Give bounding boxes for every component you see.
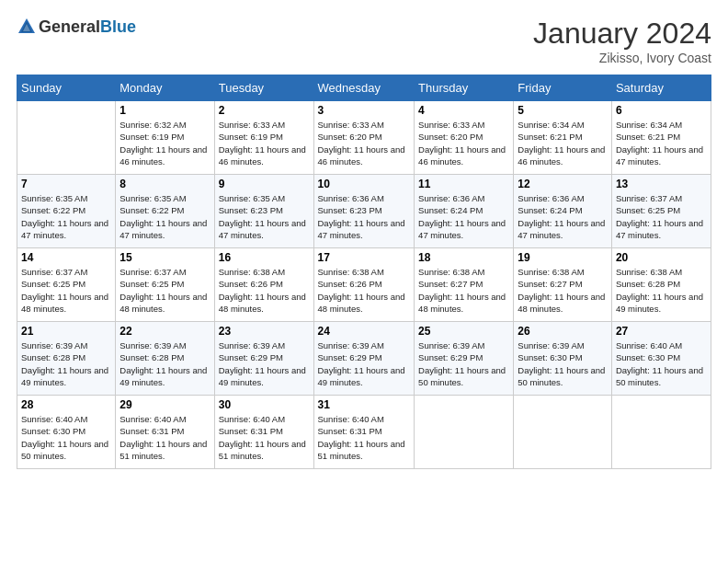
day-info: Sunrise: 6:40 AMSunset: 6:31 PMDaylight:… xyxy=(318,413,411,462)
day-info: Sunrise: 6:37 AMSunset: 6:25 PMDaylight:… xyxy=(21,266,111,315)
month-title: January 2024 xyxy=(533,17,711,51)
table-row: 6Sunrise: 6:34 AMSunset: 6:21 PMDaylight… xyxy=(611,101,711,175)
col-thursday: Thursday xyxy=(415,75,514,101)
table-row: 3Sunrise: 6:33 AMSunset: 6:20 PMDaylight… xyxy=(313,101,415,175)
title-block: January 2024 Zikisso, Ivory Coast xyxy=(533,17,711,65)
table-row: 30Sunrise: 6:40 AMSunset: 6:31 PMDayligh… xyxy=(214,396,313,469)
day-number: 23 xyxy=(219,325,310,338)
day-info: Sunrise: 6:35 AMSunset: 6:22 PMDaylight:… xyxy=(119,192,210,241)
day-number: 30 xyxy=(219,398,310,411)
table-row xyxy=(17,101,116,175)
day-info: Sunrise: 6:38 AMSunset: 6:26 PMDaylight:… xyxy=(318,266,411,315)
day-number: 25 xyxy=(418,325,509,338)
table-row: 28Sunrise: 6:40 AMSunset: 6:30 PMDayligh… xyxy=(17,396,116,469)
day-info: Sunrise: 6:34 AMSunset: 6:21 PMDaylight:… xyxy=(518,119,608,167)
day-info: Sunrise: 6:39 AMSunset: 6:30 PMDaylight:… xyxy=(518,339,608,388)
day-number: 5 xyxy=(518,104,608,117)
day-number: 7 xyxy=(21,178,111,190)
day-info: Sunrise: 6:33 AMSunset: 6:20 PMDaylight:… xyxy=(318,119,411,167)
day-number: 4 xyxy=(418,104,509,117)
day-number: 26 xyxy=(518,325,608,338)
table-row: 20Sunrise: 6:38 AMSunset: 6:28 PMDayligh… xyxy=(611,248,711,322)
day-info: Sunrise: 6:39 AMSunset: 6:28 PMDaylight:… xyxy=(119,339,210,388)
day-number: 2 xyxy=(219,104,310,117)
table-row: 22Sunrise: 6:39 AMSunset: 6:28 PMDayligh… xyxy=(116,322,214,396)
table-row: 5Sunrise: 6:34 AMSunset: 6:21 PMDaylight… xyxy=(514,101,612,175)
table-row: 11Sunrise: 6:36 AMSunset: 6:24 PMDayligh… xyxy=(415,175,514,248)
day-number: 11 xyxy=(418,178,509,190)
day-info: Sunrise: 6:36 AMSunset: 6:24 PMDaylight:… xyxy=(518,192,608,241)
day-number: 6 xyxy=(616,104,707,117)
day-info: Sunrise: 6:38 AMSunset: 6:27 PMDaylight:… xyxy=(418,266,509,315)
day-number: 3 xyxy=(318,104,411,117)
logo-blue: Blue xyxy=(100,17,136,37)
table-row: 9Sunrise: 6:35 AMSunset: 6:23 PMDaylight… xyxy=(214,175,313,248)
day-info: Sunrise: 6:34 AMSunset: 6:21 PMDaylight:… xyxy=(616,119,707,167)
day-number: 15 xyxy=(119,251,210,264)
table-row: 31Sunrise: 6:40 AMSunset: 6:31 PMDayligh… xyxy=(313,396,415,469)
table-row: 10Sunrise: 6:36 AMSunset: 6:23 PMDayligh… xyxy=(313,175,415,248)
day-info: Sunrise: 6:40 AMSunset: 6:31 PMDaylight:… xyxy=(119,413,210,462)
day-number: 27 xyxy=(616,325,707,338)
header: GeneralBlue January 2024 Zikisso, Ivory … xyxy=(17,17,711,65)
logo: GeneralBlue xyxy=(17,17,136,37)
table-row: 18Sunrise: 6:38 AMSunset: 6:27 PMDayligh… xyxy=(415,248,514,322)
col-tuesday: Tuesday xyxy=(214,75,313,101)
calendar-header-row: Sunday Monday Tuesday Wednesday Thursday… xyxy=(17,75,711,101)
location-title: Zikisso, Ivory Coast xyxy=(533,51,711,65)
table-row: 12Sunrise: 6:36 AMSunset: 6:24 PMDayligh… xyxy=(514,175,612,248)
day-info: Sunrise: 6:33 AMSunset: 6:20 PMDaylight:… xyxy=(418,119,509,167)
day-number: 22 xyxy=(119,325,210,338)
table-row: 16Sunrise: 6:38 AMSunset: 6:26 PMDayligh… xyxy=(214,248,313,322)
day-number: 12 xyxy=(518,178,608,190)
table-row xyxy=(611,396,711,469)
page: GeneralBlue January 2024 Zikisso, Ivory … xyxy=(0,0,728,563)
calendar-week-row: 1Sunrise: 6:32 AMSunset: 6:19 PMDaylight… xyxy=(17,101,711,175)
day-info: Sunrise: 6:35 AMSunset: 6:22 PMDaylight:… xyxy=(21,192,111,241)
table-row: 17Sunrise: 6:38 AMSunset: 6:26 PMDayligh… xyxy=(313,248,415,322)
calendar-table: Sunday Monday Tuesday Wednesday Thursday… xyxy=(17,75,711,469)
table-row xyxy=(415,396,514,469)
day-number: 1 xyxy=(119,104,210,117)
day-number: 28 xyxy=(21,398,111,411)
logo-general: General xyxy=(39,17,100,37)
day-number: 31 xyxy=(318,398,411,411)
table-row: 7Sunrise: 6:35 AMSunset: 6:22 PMDaylight… xyxy=(17,175,116,248)
col-wednesday: Wednesday xyxy=(313,75,415,101)
day-info: Sunrise: 6:37 AMSunset: 6:25 PMDaylight:… xyxy=(119,266,210,315)
day-number: 29 xyxy=(119,398,210,411)
day-number: 14 xyxy=(21,251,111,264)
day-number: 20 xyxy=(616,251,707,264)
day-number: 16 xyxy=(219,251,310,264)
table-row: 8Sunrise: 6:35 AMSunset: 6:22 PMDaylight… xyxy=(116,175,214,248)
table-row: 25Sunrise: 6:39 AMSunset: 6:29 PMDayligh… xyxy=(415,322,514,396)
calendar-week-row: 7Sunrise: 6:35 AMSunset: 6:22 PMDaylight… xyxy=(17,175,711,248)
day-info: Sunrise: 6:40 AMSunset: 6:30 PMDaylight:… xyxy=(21,413,111,462)
day-number: 13 xyxy=(616,178,707,190)
day-number: 17 xyxy=(318,251,411,264)
table-row: 1Sunrise: 6:32 AMSunset: 6:19 PMDaylight… xyxy=(116,101,214,175)
day-number: 19 xyxy=(518,251,608,264)
day-info: Sunrise: 6:38 AMSunset: 6:28 PMDaylight:… xyxy=(616,266,707,315)
day-info: Sunrise: 6:35 AMSunset: 6:23 PMDaylight:… xyxy=(219,192,310,241)
day-info: Sunrise: 6:40 AMSunset: 6:31 PMDaylight:… xyxy=(219,413,310,462)
day-info: Sunrise: 6:40 AMSunset: 6:30 PMDaylight:… xyxy=(616,339,707,388)
calendar-week-row: 21Sunrise: 6:39 AMSunset: 6:28 PMDayligh… xyxy=(17,322,711,396)
calendar-week-row: 14Sunrise: 6:37 AMSunset: 6:25 PMDayligh… xyxy=(17,248,711,322)
table-row: 26Sunrise: 6:39 AMSunset: 6:30 PMDayligh… xyxy=(514,322,612,396)
day-info: Sunrise: 6:38 AMSunset: 6:26 PMDaylight:… xyxy=(219,266,310,315)
table-row: 14Sunrise: 6:37 AMSunset: 6:25 PMDayligh… xyxy=(17,248,116,322)
table-row: 29Sunrise: 6:40 AMSunset: 6:31 PMDayligh… xyxy=(116,396,214,469)
table-row: 27Sunrise: 6:40 AMSunset: 6:30 PMDayligh… xyxy=(611,322,711,396)
day-info: Sunrise: 6:39 AMSunset: 6:29 PMDaylight:… xyxy=(418,339,509,388)
day-info: Sunrise: 6:33 AMSunset: 6:19 PMDaylight:… xyxy=(219,119,310,167)
day-info: Sunrise: 6:39 AMSunset: 6:28 PMDaylight:… xyxy=(21,339,111,388)
day-number: 9 xyxy=(219,178,310,190)
day-info: Sunrise: 6:38 AMSunset: 6:27 PMDaylight:… xyxy=(518,266,608,315)
day-number: 21 xyxy=(21,325,111,338)
table-row: 21Sunrise: 6:39 AMSunset: 6:28 PMDayligh… xyxy=(17,322,116,396)
table-row: 23Sunrise: 6:39 AMSunset: 6:29 PMDayligh… xyxy=(214,322,313,396)
col-saturday: Saturday xyxy=(611,75,711,101)
table-row: 19Sunrise: 6:38 AMSunset: 6:27 PMDayligh… xyxy=(514,248,612,322)
day-number: 8 xyxy=(119,178,210,190)
